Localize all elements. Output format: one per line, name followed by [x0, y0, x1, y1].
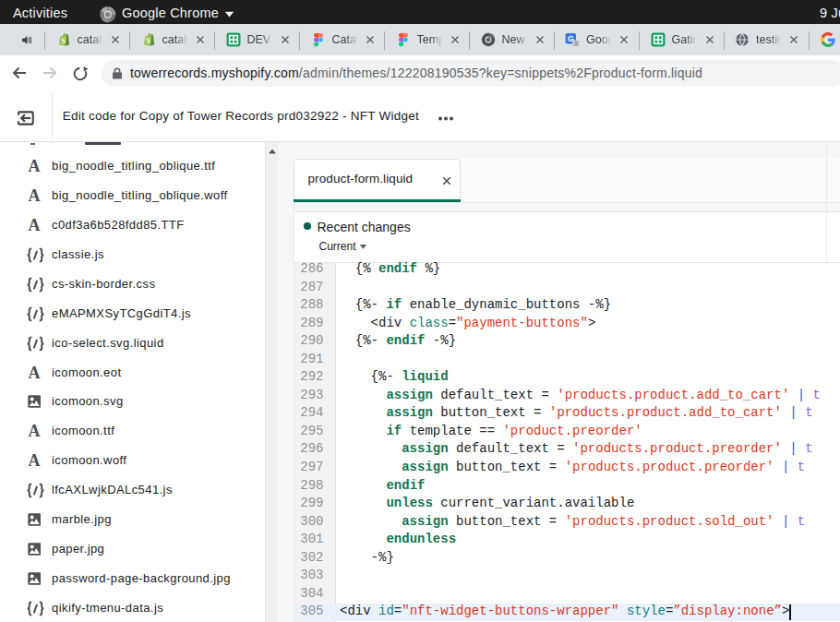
svg-text:文: 文 [573, 41, 579, 46]
svg-text:S: S [61, 36, 66, 45]
svg-text:S: S [146, 36, 150, 45]
